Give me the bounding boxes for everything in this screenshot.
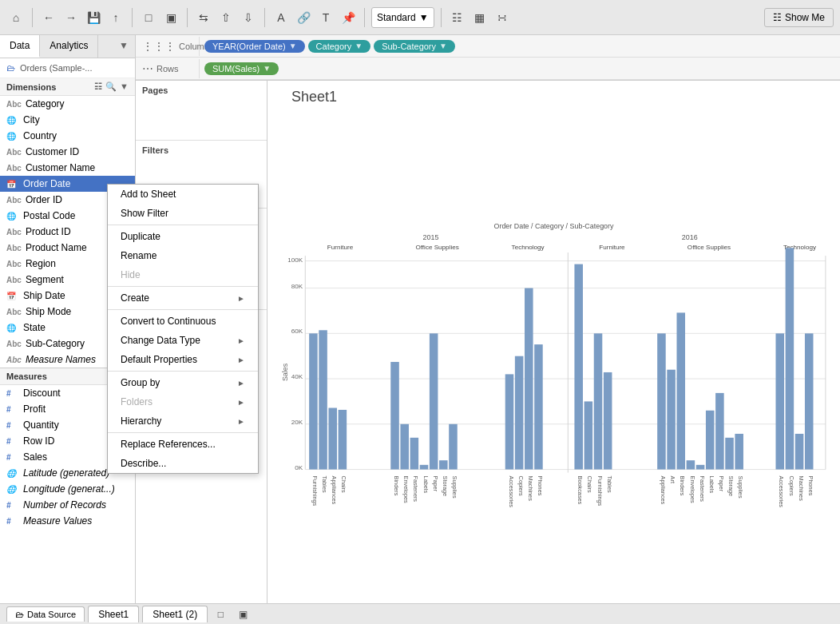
menu-group-by[interactable]: Group by ► xyxy=(108,373,258,392)
new-worksheet-icon[interactable]: □ xyxy=(139,8,158,27)
bar-machines-2016 xyxy=(795,434,804,470)
menu-divider-1 xyxy=(108,225,258,225)
field-number-records[interactable]: # Number of Records xyxy=(0,497,135,513)
divider5 xyxy=(364,8,365,27)
pill-year-order-date[interactable]: YEAR(Order Date) ▼ xyxy=(204,40,305,53)
menu-convert-continuous[interactable]: Convert to Continuous xyxy=(108,312,258,331)
menu-change-data-type[interactable]: Change Data Type ► xyxy=(108,331,258,350)
grid-view-icon[interactable]: ☷ xyxy=(94,81,102,92)
pill-sub-category[interactable]: Sub-Category ▼ xyxy=(374,40,455,53)
year-2016-label: 2016 xyxy=(682,233,698,241)
menu-divider-4 xyxy=(108,371,258,372)
field-globe-icon: 🌐 xyxy=(6,132,19,141)
field-name: Country xyxy=(23,130,57,141)
standard-dropdown[interactable]: Standard ▼ xyxy=(371,7,434,28)
bar-fasteners-2016 xyxy=(696,465,705,470)
menu-duplicate[interactable]: Duplicate xyxy=(108,227,258,246)
tab-sheet1-2[interactable]: Sheet1 (2) xyxy=(142,606,208,622)
menu-item-label: Show Filter xyxy=(121,208,168,219)
back-icon[interactable]: ← xyxy=(39,8,58,27)
tab-data[interactable]: Data xyxy=(0,35,40,58)
xlabel-labels-2016: Labels xyxy=(708,476,715,494)
tab-dropdown-arrow[interactable]: ▼ xyxy=(113,35,135,58)
grid-icon[interactable]: ☷ xyxy=(448,8,467,27)
pages-header: Pages xyxy=(136,84,267,97)
pill-sum-sales[interactable]: SUM(Sales) ▼ xyxy=(204,62,279,75)
menu-show-filter[interactable]: Show Filter xyxy=(108,204,258,223)
toolbar: ⌂ ← → 💾 ↑ □ ▣ ⇆ ⇧ ⇩ A 🔗 T 📌 Standard ▼ ☷… xyxy=(0,0,840,35)
field-customer-id[interactable]: Abc Customer ID xyxy=(0,144,135,160)
pill-close-icon[interactable]: ▼ xyxy=(439,42,447,50)
swap-icon[interactable]: ⇆ xyxy=(194,8,213,27)
pill-close-icon[interactable]: ▼ xyxy=(355,42,363,50)
menu-hierarchy[interactable]: Hierarchy ► xyxy=(108,411,258,431)
menu-item-label: Add to Sheet xyxy=(121,189,176,200)
bar-machines-2015 xyxy=(525,288,533,470)
menu-create[interactable]: Create ► xyxy=(108,288,258,308)
dimensions-header: Dimensions ☷ 🔍 ▼ xyxy=(0,78,135,96)
field-customer-name[interactable]: Abc Customer Name xyxy=(0,160,135,176)
menu-add-to-sheet[interactable]: Add to Sheet xyxy=(108,185,258,204)
bar-accessories-2016 xyxy=(775,333,784,469)
menu-describe[interactable]: Describe... xyxy=(108,454,258,473)
dimensions-label: Dimensions xyxy=(6,82,56,92)
menu-item-label: Default Properties xyxy=(121,354,197,365)
duplicate-icon[interactable]: ▣ xyxy=(161,8,180,27)
publish-icon[interactable]: ↑ xyxy=(106,8,125,27)
xlabel-chairs-2016: Chairs xyxy=(586,476,593,493)
bar-fasteners-2015 xyxy=(410,438,419,470)
bar-labels-2016 xyxy=(706,411,715,470)
field-name: Sub-Category xyxy=(26,338,85,349)
collapse-icon[interactable]: ▼ xyxy=(120,81,129,92)
pill-close-icon[interactable]: ▼ xyxy=(289,42,297,50)
show-me-button[interactable]: ☷ Show Me xyxy=(764,8,834,27)
tab-analytics[interactable]: Analytics xyxy=(40,35,98,58)
save-icon[interactable]: 💾 xyxy=(84,8,103,27)
home-icon[interactable]: ⌂ xyxy=(6,8,26,27)
field-type-icon: Abc xyxy=(6,164,22,173)
submenu-arrow-icon: ► xyxy=(237,417,245,426)
pages-body xyxy=(136,97,267,137)
field-globe-icon: 🌐 xyxy=(6,469,19,478)
field-city[interactable]: 🌐 City xyxy=(0,112,135,128)
link-icon[interactable]: 🔗 xyxy=(294,8,313,27)
menu-replace-references[interactable]: Replace References... xyxy=(108,435,258,454)
field-name: Region xyxy=(26,258,56,269)
pill-category[interactable]: Category ▼ xyxy=(308,40,371,53)
add-sheet-icon[interactable]: □ xyxy=(211,605,230,624)
menu-rename[interactable]: Rename xyxy=(108,246,258,265)
tab-sheet1[interactable]: Sheet1 xyxy=(88,606,139,622)
sort-asc-icon[interactable]: ⇧ xyxy=(216,8,236,27)
field-name: State xyxy=(23,322,46,333)
pill-label: Category xyxy=(316,42,352,51)
field-country[interactable]: 🌐 Country xyxy=(0,128,135,144)
layout-icon[interactable]: ▦ xyxy=(470,8,489,27)
field-longitude[interactable]: 🌐 Longitude (generat...) xyxy=(0,481,135,497)
field-hash-icon: # xyxy=(6,421,19,430)
columns-icon: ⋮⋮⋮ xyxy=(142,40,176,53)
search-icon[interactable]: 🔍 xyxy=(105,81,117,92)
field-measure-values[interactable]: # Measure Values xyxy=(0,513,135,529)
menu-divider-3 xyxy=(108,309,258,310)
cat-furniture-2016: Furniture xyxy=(599,244,625,251)
data-source-name: Orders (Sample-... xyxy=(20,63,92,73)
field-category[interactable]: Abc Category xyxy=(0,96,135,112)
datasource-icon: 🗁 xyxy=(15,610,24,619)
duplicate-sheet-icon[interactable]: ▣ xyxy=(233,605,252,624)
field-name: Product Name xyxy=(26,242,87,253)
tab-data-source[interactable]: 🗁 Data Source xyxy=(6,606,85,622)
highlight-icon[interactable]: A xyxy=(271,8,291,27)
pill-close-icon[interactable]: ▼ xyxy=(263,64,271,73)
sort-desc-icon[interactable]: ⇩ xyxy=(239,8,258,27)
pin-icon[interactable]: 📌 xyxy=(339,8,358,27)
menu-default-properties[interactable]: Default Properties ► xyxy=(108,350,258,369)
year-2015-label: 2015 xyxy=(423,233,439,241)
share-icon[interactable]: ∺ xyxy=(493,8,512,27)
rows-label: ⋯ Rows xyxy=(136,59,200,78)
field-globe-icon: 🌐 xyxy=(6,116,19,125)
bar-chairs1-2015 xyxy=(339,410,347,470)
text-icon[interactable]: T xyxy=(316,8,335,27)
bar-tables-2015 xyxy=(319,330,327,469)
forward-icon[interactable]: → xyxy=(61,8,81,27)
bar-binders-2015 xyxy=(390,362,399,470)
